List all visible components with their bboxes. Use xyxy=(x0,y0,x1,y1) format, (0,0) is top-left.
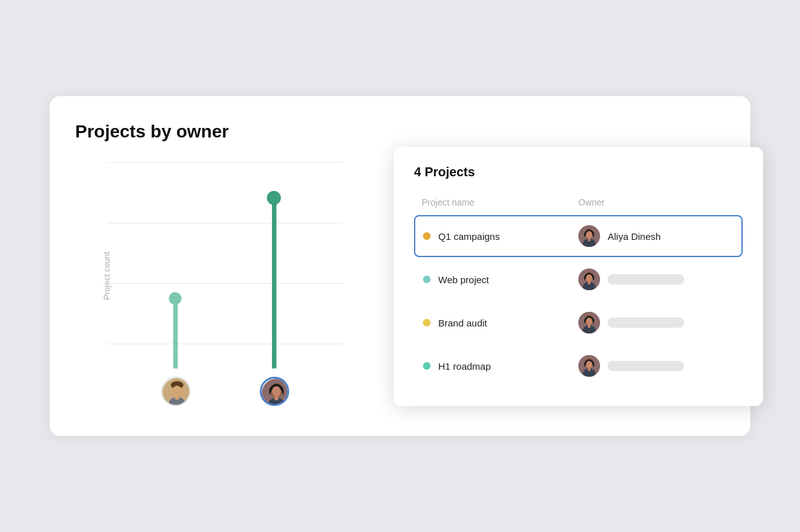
chart-wrapper: Project count xyxy=(75,162,343,404)
col-project-name: Project name xyxy=(422,197,578,207)
avatar-person1-svg xyxy=(162,378,190,406)
owner-cell-3 xyxy=(578,312,734,333)
project-name-3: Brand audit xyxy=(423,318,578,328)
project-label-2: Web project xyxy=(438,274,489,285)
svg-point-3 xyxy=(173,386,182,396)
owner-avatar-1-svg xyxy=(578,225,600,247)
svg-rect-25 xyxy=(588,325,590,328)
owner-name-1: Aliya Dinesh xyxy=(608,231,661,242)
owner-avatar-3-svg xyxy=(578,312,600,333)
avatar-person2[interactable] xyxy=(260,377,289,406)
popup-card: 4 Projects Project name Owner Q1 campaig… xyxy=(394,147,763,406)
owner-cell-1: Aliya Dinesh xyxy=(578,225,734,247)
owner-placeholder-4 xyxy=(608,361,684,371)
main-card: Projects by owner Project count xyxy=(50,96,750,436)
project-name-1: Q1 campaigns xyxy=(423,231,578,242)
bar-person1[interactable] xyxy=(169,162,182,368)
chart-plot xyxy=(107,162,343,404)
avatar-person1[interactable] xyxy=(161,377,190,406)
bar-dot-2 xyxy=(267,191,281,205)
owner-avatar-2-svg xyxy=(578,269,600,290)
dot-4 xyxy=(423,362,431,370)
svg-rect-30 xyxy=(588,368,590,371)
svg-point-28 xyxy=(586,361,592,368)
project-label-4: H1 roadmap xyxy=(438,361,491,372)
svg-rect-20 xyxy=(588,281,590,284)
bar-person2[interactable] xyxy=(267,162,281,368)
svg-point-18 xyxy=(586,274,592,282)
avatars-row xyxy=(107,368,343,404)
owner-avatar-4 xyxy=(578,355,600,377)
table-row-1[interactable]: Q1 campaigns Aliya Dinesh xyxy=(414,215,743,257)
bar-stem-2 xyxy=(272,198,276,368)
popup-title: 4 Projects xyxy=(414,165,743,179)
table-header: Project name Owner xyxy=(414,192,743,213)
page-title: Projects by owner xyxy=(75,122,725,142)
owner-cell-4 xyxy=(578,355,734,377)
avatar-person2-svg xyxy=(262,379,289,406)
svg-rect-15 xyxy=(588,238,590,241)
bars-container xyxy=(107,162,343,368)
owner-avatar-3 xyxy=(578,312,600,333)
project-name-4: H1 roadmap xyxy=(423,361,578,372)
dot-3 xyxy=(423,319,431,326)
project-name-2: Web project xyxy=(423,274,578,285)
bar-dot-1 xyxy=(169,292,182,305)
owner-cell-2 xyxy=(578,269,734,290)
svg-rect-5 xyxy=(175,395,179,400)
svg-point-8 xyxy=(272,386,281,396)
owner-avatar-4-svg xyxy=(578,355,600,377)
table-row-3[interactable]: Brand audit xyxy=(414,302,743,344)
project-label-1: Q1 campaigns xyxy=(438,231,500,242)
table-row-2[interactable]: Web project xyxy=(414,258,743,300)
content-area: Project count xyxy=(75,162,725,404)
svg-point-13 xyxy=(586,231,592,239)
owner-placeholder-2 xyxy=(608,274,684,284)
table-row-4[interactable]: H1 roadmap xyxy=(414,345,743,387)
svg-rect-10 xyxy=(275,396,278,400)
dot-1 xyxy=(423,232,431,240)
dot-2 xyxy=(423,276,431,283)
col-owner: Owner xyxy=(578,197,735,207)
project-label-3: Brand audit xyxy=(438,318,487,328)
bar-stem-1 xyxy=(173,298,178,368)
owner-avatar-2 xyxy=(578,269,600,290)
owner-placeholder-3 xyxy=(608,318,684,328)
owner-avatar-1 xyxy=(578,225,600,247)
svg-point-23 xyxy=(586,318,592,325)
